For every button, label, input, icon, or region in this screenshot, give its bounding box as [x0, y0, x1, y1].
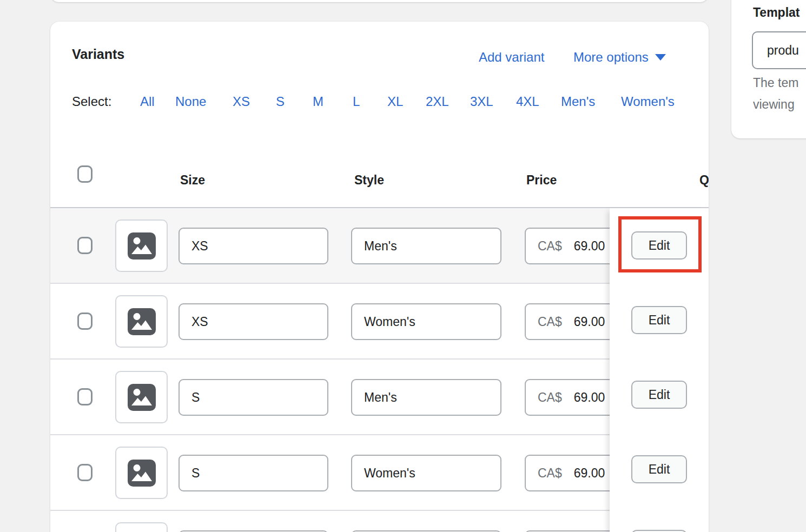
edit-variant-button-3[interactable]: Edit: [631, 381, 687, 409]
row-checkbox[interactable]: [77, 237, 93, 254]
template-select-value: produ: [767, 43, 799, 58]
select-all-checkbox[interactable]: [77, 165, 93, 183]
select-link-none[interactable]: None: [175, 94, 206, 109]
column-header-size: Size: [180, 173, 205, 188]
edit-variant-button-2[interactable]: Edit: [631, 306, 687, 334]
variants-card: Variants Add variant More options Select…: [50, 22, 709, 532]
more-options-link[interactable]: More options: [573, 50, 666, 65]
variants-title: Variants: [72, 46, 124, 62]
more-options-label: More options: [573, 50, 649, 64]
style-input[interactable]: [351, 455, 501, 491]
edit-variant-button-4[interactable]: Edit: [631, 455, 687, 483]
template-panel: Templat produ The tem viewing: [731, 0, 806, 138]
variant-thumbnail[interactable]: [115, 522, 168, 532]
template-select[interactable]: produ: [752, 31, 806, 69]
variant-thumbnail[interactable]: [115, 295, 168, 348]
image-placeholder-icon: [128, 460, 156, 487]
select-link-all[interactable]: All: [140, 94, 155, 109]
row-checkbox[interactable]: [77, 312, 93, 330]
price-value: 69.00: [574, 239, 605, 254]
variant-thumbnail[interactable]: [115, 220, 168, 272]
select-link-womens[interactable]: Women's: [621, 94, 675, 109]
select-label: Select:: [72, 94, 111, 109]
price-value: 69.00: [574, 390, 605, 405]
size-input[interactable]: [179, 303, 328, 340]
select-link-xl[interactable]: XL: [387, 94, 403, 109]
add-variant-link[interactable]: Add variant: [479, 50, 544, 65]
chevron-down-icon: [655, 54, 666, 61]
select-link-2xl[interactable]: 2XL: [426, 94, 449, 109]
select-link-xs[interactable]: XS: [233, 94, 250, 109]
column-header-quantity: Q: [699, 173, 709, 188]
select-link-s[interactable]: S: [276, 94, 285, 109]
size-input[interactable]: [179, 455, 328, 491]
select-link-3xl[interactable]: 3XL: [470, 94, 493, 109]
page-background: { "colors": { "page_background": "#f1f1f…: [0, 0, 806, 532]
price-value: 69.00: [574, 315, 605, 329]
row-checkbox[interactable]: [77, 388, 93, 405]
variant-thumbnail[interactable]: [115, 447, 168, 499]
select-link-mens[interactable]: Men's: [561, 94, 595, 109]
template-helper-text-line2: viewing: [753, 97, 795, 112]
image-placeholder-icon: [128, 308, 156, 335]
select-link-m[interactable]: M: [313, 94, 323, 109]
style-input[interactable]: [351, 228, 501, 264]
previous-card-edge: [50, 0, 709, 2]
price-value: 69.00: [574, 466, 605, 481]
select-link-4xl[interactable]: 4XL: [516, 94, 539, 109]
style-input[interactable]: [351, 379, 501, 416]
currency-prefix: CA$: [538, 315, 562, 329]
image-placeholder-icon: [128, 384, 156, 411]
image-placeholder-icon: [128, 232, 156, 260]
column-header-style: Style: [354, 173, 384, 188]
select-row: Select: All None XS S M L XL 2XL 3XL 4XL…: [50, 94, 709, 111]
currency-prefix: CA$: [538, 466, 562, 481]
size-input[interactable]: [179, 228, 328, 264]
row-checkbox[interactable]: [77, 464, 93, 481]
currency-prefix: CA$: [538, 390, 562, 405]
column-header-price: Price: [526, 173, 557, 188]
edit-variant-button-1[interactable]: Edit: [631, 231, 687, 260]
template-panel-title: Templat: [753, 5, 800, 20]
size-input[interactable]: [179, 379, 328, 416]
currency-prefix: CA$: [538, 239, 562, 254]
variant-thumbnail[interactable]: [115, 371, 168, 423]
sticky-edit-column: Edit Edit Edit Edit Edit: [610, 208, 709, 532]
style-input[interactable]: [351, 303, 501, 340]
template-helper-text-line1: The tem: [753, 76, 798, 90]
edit-variant-button-5[interactable]: Edit: [631, 530, 687, 532]
select-link-l[interactable]: L: [353, 94, 360, 109]
